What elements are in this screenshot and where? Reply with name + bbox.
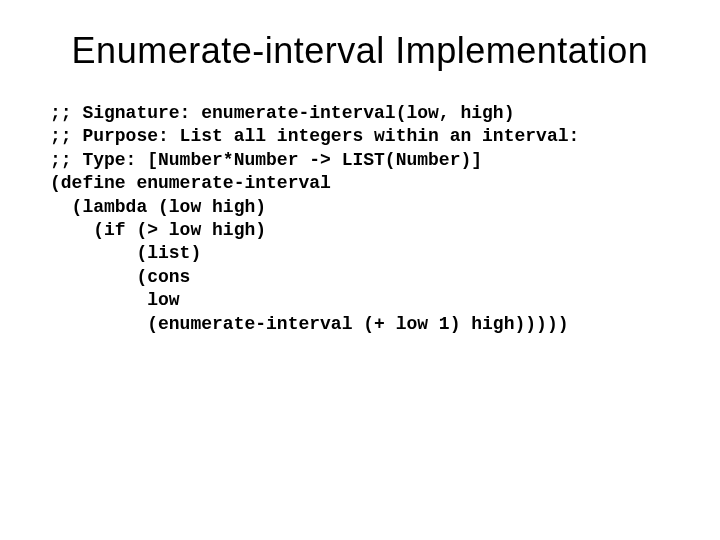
code-line: (list)	[50, 243, 201, 263]
code-line: (cons	[50, 267, 190, 287]
code-line: (if (> low high)	[50, 220, 266, 240]
slide-title: Enumerate-interval Implementation	[50, 30, 670, 72]
code-line: (define enumerate-interval	[50, 173, 331, 193]
code-line: ;; Signature: enumerate-interval(low, hi…	[50, 103, 514, 123]
code-block: ;; Signature: enumerate-interval(low, hi…	[50, 102, 670, 336]
code-line: ;; Purpose: List all integers within an …	[50, 126, 579, 146]
code-line: ;; Type: [Number*Number -> LIST(Number)]	[50, 150, 482, 170]
code-line: low	[50, 290, 180, 310]
code-line: (lambda (low high)	[50, 197, 266, 217]
code-line: (enumerate-interval (+ low 1) high)))))	[50, 314, 568, 334]
